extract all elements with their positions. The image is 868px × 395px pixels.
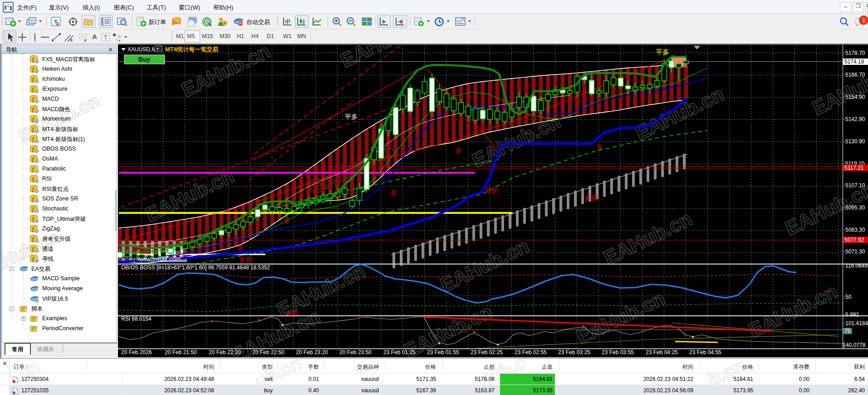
svg-text:5166.70: 5166.70: [845, 72, 865, 78]
svg-text:5107.10: 5107.10: [845, 182, 865, 189]
svg-text:116.0649: 116.0649: [845, 263, 868, 269]
svg-text:20 Feb 23:50: 20 Feb 23:50: [339, 349, 372, 356]
svg-text:23 Feb 04:55: 23 Feb 04:55: [689, 349, 721, 356]
svg-text:75: 75: [844, 328, 851, 334]
svg-text:50: 50: [845, 294, 852, 300]
svg-text:5071.30: 5071.30: [845, 249, 865, 255]
svg-text:+: +: [156, 46, 159, 52]
svg-text:5154.90: 5154.90: [845, 94, 865, 100]
svg-text:T: T: [104, 34, 108, 41]
svg-text:Buy: Buy: [138, 56, 151, 63]
svg-text:多损: 多损: [239, 256, 253, 263]
svg-text:20 Feb 23:20: 20 Feb 23:20: [296, 349, 328, 356]
svg-text:23 Feb 03:55: 23 Feb 03:55: [602, 349, 634, 356]
svg-text:23 Feb 04:25: 23 Feb 04:25: [646, 349, 678, 356]
svg-text:5178.70: 5178.70: [845, 50, 865, 56]
svg-text:20 Feb 22:20: 20 Feb 22:20: [209, 349, 241, 356]
svg-text:5077.92: 5077.92: [844, 237, 864, 243]
svg-text:E: E: [70, 38, 73, 42]
svg-text:23 Feb 03:25: 23 Feb 03:25: [558, 349, 590, 356]
svg-text:多: 多: [284, 217, 290, 224]
svg-text:MT4统计每一笔交易: MT4统计每一笔交易: [165, 46, 218, 53]
svg-text:RSI 68.0154: RSI 68.0154: [121, 316, 152, 322]
svg-text:多: 多: [237, 244, 244, 252]
svg-text:多损: 多损: [584, 194, 598, 202]
svg-text:101.4184: 101.4184: [845, 320, 868, 327]
svg-text:20 Feb 2026: 20 Feb 2026: [121, 349, 152, 356]
svg-text:www.xwdlk.com: www.xwdlk.com: [137, 255, 181, 262]
svg-text:F: F: [84, 39, 87, 42]
svg-text:20 Feb 22:50: 20 Feb 22:50: [252, 349, 284, 356]
svg-text:5083.30: 5083.30: [845, 227, 865, 233]
svg-text:5142.90: 5142.90: [845, 116, 865, 122]
svg-text:5095.30: 5095.30: [845, 205, 865, 211]
svg-text:多: 多: [455, 146, 462, 154]
svg-text:5174.18: 5174.18: [844, 59, 864, 65]
svg-text:20 Feb 21:50: 20 Feb 21:50: [165, 349, 197, 356]
svg-text:23 Feb 01:55: 23 Feb 01:55: [427, 349, 459, 356]
svg-text:5117.21: 5117.21: [844, 165, 864, 171]
svg-text:5130.90: 5130.90: [845, 138, 865, 145]
svg-text:多: 多: [390, 189, 397, 196]
svg-text:40.0778: 40.0778: [846, 342, 866, 348]
svg-text:多: 多: [597, 143, 603, 151]
svg-text:多损: 多损: [485, 186, 498, 194]
svg-text:OB/OS BOSS [8>18>63*1.60*1.60]: OB/OS BOSS [8>18>63*1.60*1.60] 96.7559 8…: [121, 264, 270, 271]
svg-text:平多: 平多: [345, 113, 358, 120]
svg-text:平多: 平多: [656, 48, 669, 56]
svg-text:5.992: 5.992: [845, 312, 859, 318]
svg-text:23 Feb 01:25: 23 Feb 01:25: [383, 349, 416, 356]
svg-text:23 Feb 02:25: 23 Feb 02:25: [471, 349, 503, 356]
